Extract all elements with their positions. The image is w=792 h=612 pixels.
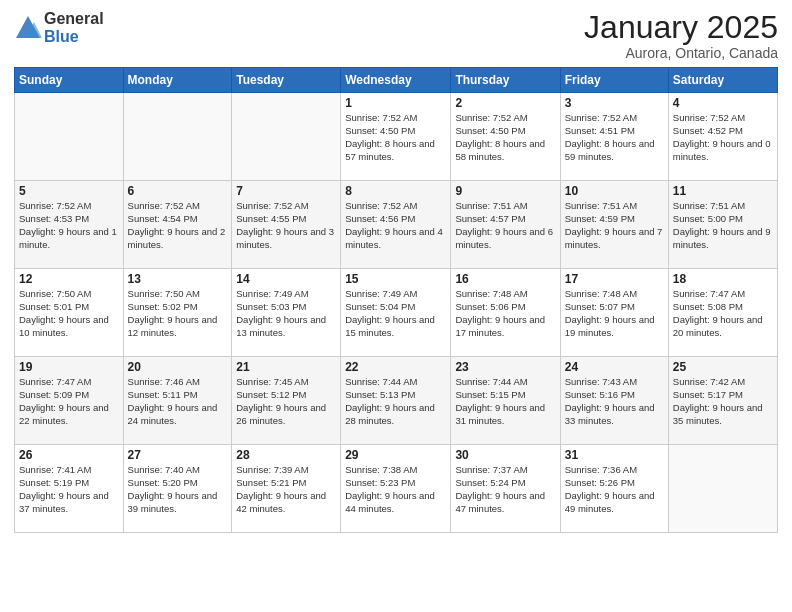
week-row-4: 19Sunrise: 7:47 AM Sunset: 5:09 PM Dayli… [15, 357, 778, 445]
calendar: SundayMondayTuesdayWednesdayThursdayFrid… [14, 67, 778, 533]
week-row-2: 5Sunrise: 7:52 AM Sunset: 4:53 PM Daylig… [15, 181, 778, 269]
week-row-3: 12Sunrise: 7:50 AM Sunset: 5:01 PM Dayli… [15, 269, 778, 357]
day-info: Sunrise: 7:40 AM Sunset: 5:20 PM Dayligh… [128, 464, 228, 515]
day-info: Sunrise: 7:45 AM Sunset: 5:12 PM Dayligh… [236, 376, 336, 427]
day-info: Sunrise: 7:43 AM Sunset: 5:16 PM Dayligh… [565, 376, 664, 427]
week-row-1: 1Sunrise: 7:52 AM Sunset: 4:50 PM Daylig… [15, 93, 778, 181]
day-cell: 25Sunrise: 7:42 AM Sunset: 5:17 PM Dayli… [668, 357, 777, 445]
day-cell [668, 445, 777, 533]
logo-text: General Blue [44, 10, 104, 45]
day-cell: 16Sunrise: 7:48 AM Sunset: 5:06 PM Dayli… [451, 269, 560, 357]
day-number: 8 [345, 184, 446, 198]
day-cell: 3Sunrise: 7:52 AM Sunset: 4:51 PM Daylig… [560, 93, 668, 181]
day-number: 5 [19, 184, 119, 198]
day-info: Sunrise: 7:52 AM Sunset: 4:50 PM Dayligh… [455, 112, 555, 163]
day-info: Sunrise: 7:52 AM Sunset: 4:51 PM Dayligh… [565, 112, 664, 163]
weekday-header-wednesday: Wednesday [341, 68, 451, 93]
day-number: 28 [236, 448, 336, 462]
day-cell [15, 93, 124, 181]
location: Aurora, Ontario, Canada [584, 45, 778, 61]
day-number: 18 [673, 272, 773, 286]
day-cell: 15Sunrise: 7:49 AM Sunset: 5:04 PM Dayli… [341, 269, 451, 357]
day-cell: 17Sunrise: 7:48 AM Sunset: 5:07 PM Dayli… [560, 269, 668, 357]
weekday-header-monday: Monday [123, 68, 232, 93]
day-number: 4 [673, 96, 773, 110]
day-info: Sunrise: 7:37 AM Sunset: 5:24 PM Dayligh… [455, 464, 555, 515]
day-cell: 4Sunrise: 7:52 AM Sunset: 4:52 PM Daylig… [668, 93, 777, 181]
day-number: 13 [128, 272, 228, 286]
day-info: Sunrise: 7:46 AM Sunset: 5:11 PM Dayligh… [128, 376, 228, 427]
day-info: Sunrise: 7:36 AM Sunset: 5:26 PM Dayligh… [565, 464, 664, 515]
day-cell: 29Sunrise: 7:38 AM Sunset: 5:23 PM Dayli… [341, 445, 451, 533]
day-info: Sunrise: 7:50 AM Sunset: 5:01 PM Dayligh… [19, 288, 119, 339]
day-number: 26 [19, 448, 119, 462]
day-info: Sunrise: 7:51 AM Sunset: 4:59 PM Dayligh… [565, 200, 664, 251]
day-info: Sunrise: 7:52 AM Sunset: 4:55 PM Dayligh… [236, 200, 336, 251]
day-info: Sunrise: 7:47 AM Sunset: 5:09 PM Dayligh… [19, 376, 119, 427]
weekday-header-saturday: Saturday [668, 68, 777, 93]
day-number: 7 [236, 184, 336, 198]
day-info: Sunrise: 7:52 AM Sunset: 4:56 PM Dayligh… [345, 200, 446, 251]
day-cell: 26Sunrise: 7:41 AM Sunset: 5:19 PM Dayli… [15, 445, 124, 533]
day-cell: 6Sunrise: 7:52 AM Sunset: 4:54 PM Daylig… [123, 181, 232, 269]
day-info: Sunrise: 7:52 AM Sunset: 4:54 PM Dayligh… [128, 200, 228, 251]
day-cell: 21Sunrise: 7:45 AM Sunset: 5:12 PM Dayli… [232, 357, 341, 445]
day-number: 6 [128, 184, 228, 198]
day-cell: 20Sunrise: 7:46 AM Sunset: 5:11 PM Dayli… [123, 357, 232, 445]
day-number: 16 [455, 272, 555, 286]
header: General Blue January 2025 Aurora, Ontari… [14, 10, 778, 61]
day-number: 30 [455, 448, 555, 462]
day-number: 24 [565, 360, 664, 374]
day-cell: 31Sunrise: 7:36 AM Sunset: 5:26 PM Dayli… [560, 445, 668, 533]
day-info: Sunrise: 7:51 AM Sunset: 4:57 PM Dayligh… [455, 200, 555, 251]
weekday-header-friday: Friday [560, 68, 668, 93]
day-info: Sunrise: 7:49 AM Sunset: 5:04 PM Dayligh… [345, 288, 446, 339]
day-info: Sunrise: 7:51 AM Sunset: 5:00 PM Dayligh… [673, 200, 773, 251]
day-cell: 8Sunrise: 7:52 AM Sunset: 4:56 PM Daylig… [341, 181, 451, 269]
day-info: Sunrise: 7:44 AM Sunset: 5:15 PM Dayligh… [455, 376, 555, 427]
page: General Blue January 2025 Aurora, Ontari… [0, 0, 792, 612]
day-number: 19 [19, 360, 119, 374]
day-info: Sunrise: 7:44 AM Sunset: 5:13 PM Dayligh… [345, 376, 446, 427]
day-cell: 28Sunrise: 7:39 AM Sunset: 5:21 PM Dayli… [232, 445, 341, 533]
day-cell: 2Sunrise: 7:52 AM Sunset: 4:50 PM Daylig… [451, 93, 560, 181]
day-cell: 1Sunrise: 7:52 AM Sunset: 4:50 PM Daylig… [341, 93, 451, 181]
day-number: 29 [345, 448, 446, 462]
day-info: Sunrise: 7:52 AM Sunset: 4:52 PM Dayligh… [673, 112, 773, 163]
weekday-header-thursday: Thursday [451, 68, 560, 93]
day-number: 27 [128, 448, 228, 462]
day-cell: 23Sunrise: 7:44 AM Sunset: 5:15 PM Dayli… [451, 357, 560, 445]
day-number: 25 [673, 360, 773, 374]
logo-blue: Blue [44, 28, 104, 46]
week-row-5: 26Sunrise: 7:41 AM Sunset: 5:19 PM Dayli… [15, 445, 778, 533]
day-number: 11 [673, 184, 773, 198]
day-info: Sunrise: 7:38 AM Sunset: 5:23 PM Dayligh… [345, 464, 446, 515]
day-info: Sunrise: 7:48 AM Sunset: 5:06 PM Dayligh… [455, 288, 555, 339]
day-info: Sunrise: 7:47 AM Sunset: 5:08 PM Dayligh… [673, 288, 773, 339]
logo-general: General [44, 10, 104, 28]
day-number: 10 [565, 184, 664, 198]
day-cell [232, 93, 341, 181]
day-info: Sunrise: 7:39 AM Sunset: 5:21 PM Dayligh… [236, 464, 336, 515]
day-cell: 24Sunrise: 7:43 AM Sunset: 5:16 PM Dayli… [560, 357, 668, 445]
day-number: 2 [455, 96, 555, 110]
day-cell: 13Sunrise: 7:50 AM Sunset: 5:02 PM Dayli… [123, 269, 232, 357]
day-cell: 14Sunrise: 7:49 AM Sunset: 5:03 PM Dayli… [232, 269, 341, 357]
day-number: 14 [236, 272, 336, 286]
day-cell: 27Sunrise: 7:40 AM Sunset: 5:20 PM Dayli… [123, 445, 232, 533]
month-title: January 2025 [584, 10, 778, 45]
day-number: 20 [128, 360, 228, 374]
day-number: 1 [345, 96, 446, 110]
day-cell: 22Sunrise: 7:44 AM Sunset: 5:13 PM Dayli… [341, 357, 451, 445]
day-cell: 12Sunrise: 7:50 AM Sunset: 5:01 PM Dayli… [15, 269, 124, 357]
day-cell: 30Sunrise: 7:37 AM Sunset: 5:24 PM Dayli… [451, 445, 560, 533]
day-number: 31 [565, 448, 664, 462]
day-cell: 19Sunrise: 7:47 AM Sunset: 5:09 PM Dayli… [15, 357, 124, 445]
day-number: 21 [236, 360, 336, 374]
day-cell: 7Sunrise: 7:52 AM Sunset: 4:55 PM Daylig… [232, 181, 341, 269]
day-number: 3 [565, 96, 664, 110]
day-info: Sunrise: 7:42 AM Sunset: 5:17 PM Dayligh… [673, 376, 773, 427]
day-number: 15 [345, 272, 446, 286]
day-number: 23 [455, 360, 555, 374]
logo: General Blue [14, 10, 104, 45]
